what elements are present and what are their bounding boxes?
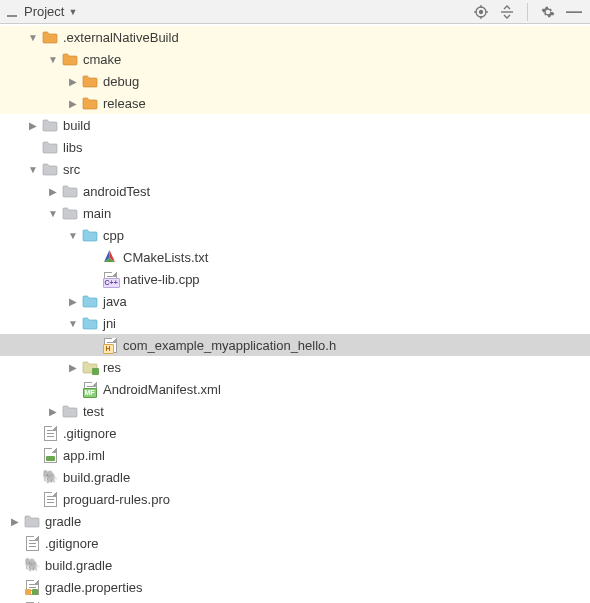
svg-point-2 bbox=[480, 10, 483, 13]
project-dropdown[interactable]: Project ▼ bbox=[22, 4, 81, 19]
folder-orange-icon bbox=[42, 29, 58, 45]
file-icon bbox=[24, 535, 40, 551]
tree-item-label: .gitignore bbox=[63, 426, 116, 441]
tree-row[interactable]: ▶ androidTest bbox=[0, 180, 590, 202]
folder-blue-icon bbox=[82, 227, 98, 243]
disclosure-arrow-icon[interactable]: ▼ bbox=[66, 228, 80, 242]
tree-item-label: gradle bbox=[45, 514, 81, 529]
disclosure-arrow-icon[interactable]: ▶ bbox=[66, 294, 80, 308]
disclosure-arrow-icon[interactable]: ▶ bbox=[66, 96, 80, 110]
disclosure-arrow-icon[interactable]: ▼ bbox=[26, 30, 40, 44]
tree-item-label: native-lib.cpp bbox=[123, 272, 200, 287]
target-icon[interactable] bbox=[473, 4, 489, 20]
file-icon bbox=[42, 491, 58, 507]
tree-item-label: java bbox=[103, 294, 127, 309]
toolbar: Project ▼ — bbox=[0, 0, 590, 24]
folder-grey-icon bbox=[42, 117, 58, 133]
disclosure-arrow-icon[interactable]: ▶ bbox=[26, 118, 40, 132]
tree-row[interactable]: ▶ build bbox=[0, 114, 590, 136]
folder-blue-icon bbox=[82, 315, 98, 331]
tree-item-label: build.gradle bbox=[45, 558, 112, 573]
folder-grey-icon bbox=[62, 205, 78, 221]
tree-item-label: cmake bbox=[83, 52, 121, 67]
disclosure-arrow-icon[interactable]: ▼ bbox=[46, 206, 60, 220]
tree-row[interactable]: ▼ jni bbox=[0, 312, 590, 334]
tree-row[interactable]: ▶ gradle bbox=[0, 510, 590, 532]
tree-item-label: res bbox=[103, 360, 121, 375]
tree-row[interactable]: ▶proguard-rules.pro bbox=[0, 488, 590, 510]
tree-row[interactable]: ▼ main bbox=[0, 202, 590, 224]
disclosure-arrow-icon[interactable]: ▶ bbox=[8, 514, 22, 528]
tree-row[interactable]: ▶ libs bbox=[0, 136, 590, 158]
disclosure-arrow-icon[interactable]: ▼ bbox=[46, 52, 60, 66]
tree-item-label: CMakeLists.txt bbox=[123, 250, 208, 265]
tree-row[interactable]: ▶🐘build.gradle bbox=[0, 466, 590, 488]
tree-item-label: build bbox=[63, 118, 90, 133]
folder-grey-icon bbox=[42, 161, 58, 177]
project-tree[interactable]: ▼ .externalNativeBuild▼ cmake▶ debug▶ re… bbox=[0, 24, 590, 603]
folder-grey-icon bbox=[24, 513, 40, 529]
panel-min-icon[interactable] bbox=[4, 4, 20, 20]
disclosure-arrow-icon[interactable]: ▼ bbox=[66, 316, 80, 330]
folder-grey-icon bbox=[62, 403, 78, 419]
tree-item-label: src bbox=[63, 162, 80, 177]
tree-item-label: cpp bbox=[103, 228, 124, 243]
tree-row[interactable]: ▼ .externalNativeBuild bbox=[0, 26, 590, 48]
tree-row[interactable]: ▶ release bbox=[0, 92, 590, 114]
disclosure-arrow-icon[interactable]: ▶ bbox=[66, 360, 80, 374]
tree-item-label: proguard-rules.pro bbox=[63, 492, 170, 507]
cpp-icon: C++ bbox=[102, 271, 118, 287]
tree-row[interactable]: ▶app.iml bbox=[0, 444, 590, 466]
tree-row[interactable]: ▼ src bbox=[0, 158, 590, 180]
tree-row[interactable]: ▶.gitignore bbox=[0, 422, 590, 444]
chevron-down-icon: ▼ bbox=[68, 7, 77, 17]
tree-item-label: test bbox=[83, 404, 104, 419]
tree-item-label: libs bbox=[63, 140, 83, 155]
tree-row[interactable]: ▶ java bbox=[0, 290, 590, 312]
folder-orange-icon bbox=[62, 51, 78, 67]
tree-item-label: app.iml bbox=[63, 448, 105, 463]
disclosure-arrow-icon[interactable]: ▼ bbox=[26, 162, 40, 176]
tree-row[interactable]: ▶C++native-lib.cpp bbox=[0, 268, 590, 290]
tree-row[interactable]: ▶gradle.properties bbox=[0, 576, 590, 598]
hide-icon[interactable]: — bbox=[566, 4, 582, 20]
folder-orange-icon bbox=[82, 95, 98, 111]
file-icon bbox=[42, 425, 58, 441]
tree-item-label: androidTest bbox=[83, 184, 150, 199]
tree-row[interactable]: ▼ cmake bbox=[0, 48, 590, 70]
folder-res-icon bbox=[82, 359, 98, 375]
tree-item-label: main bbox=[83, 206, 111, 221]
tree-row[interactable]: ▶ test bbox=[0, 400, 590, 422]
iml-icon bbox=[42, 447, 58, 463]
disclosure-arrow-icon[interactable]: ▶ bbox=[46, 404, 60, 418]
gear-icon[interactable] bbox=[540, 4, 556, 20]
tree-item-label: gradle.properties bbox=[45, 580, 143, 595]
tree-row[interactable]: ▼ cpp bbox=[0, 224, 590, 246]
tree-row[interactable]: ▶🐘build.gradle bbox=[0, 554, 590, 576]
prop-icon bbox=[24, 579, 40, 595]
tree-row[interactable]: ▶.gitignore bbox=[0, 532, 590, 554]
tree-row[interactable]: ▶ debug bbox=[0, 70, 590, 92]
disclosure-arrow-icon[interactable]: ▶ bbox=[66, 74, 80, 88]
cmake-icon bbox=[102, 249, 118, 265]
manifest-icon: MF bbox=[82, 381, 98, 397]
tree-row[interactable]: ▶ res bbox=[0, 356, 590, 378]
tree-row[interactable]: ▶gradlew bbox=[0, 598, 590, 603]
tree-item-label: release bbox=[103, 96, 146, 111]
tree-item-label: .gitignore bbox=[45, 536, 98, 551]
tree-item-label: debug bbox=[103, 74, 139, 89]
tree-item-label: AndroidManifest.xml bbox=[103, 382, 221, 397]
tree-row[interactable]: ▶Hcom_example_myapplication_hello.h bbox=[0, 334, 590, 356]
collapse-all-icon[interactable] bbox=[499, 4, 515, 20]
tree-row[interactable]: ▶MFAndroidManifest.xml bbox=[0, 378, 590, 400]
gradle-icon: 🐘 bbox=[42, 469, 58, 485]
folder-blue-icon bbox=[82, 293, 98, 309]
tree-row[interactable]: ▶CMakeLists.txt bbox=[0, 246, 590, 268]
separator bbox=[527, 3, 528, 21]
folder-grey-icon bbox=[62, 183, 78, 199]
folder-orange-icon bbox=[82, 73, 98, 89]
tree-item-label: com_example_myapplication_hello.h bbox=[123, 338, 336, 353]
disclosure-arrow-icon[interactable]: ▶ bbox=[46, 184, 60, 198]
svg-rect-0 bbox=[7, 15, 17, 17]
tree-item-label: .externalNativeBuild bbox=[63, 30, 179, 45]
